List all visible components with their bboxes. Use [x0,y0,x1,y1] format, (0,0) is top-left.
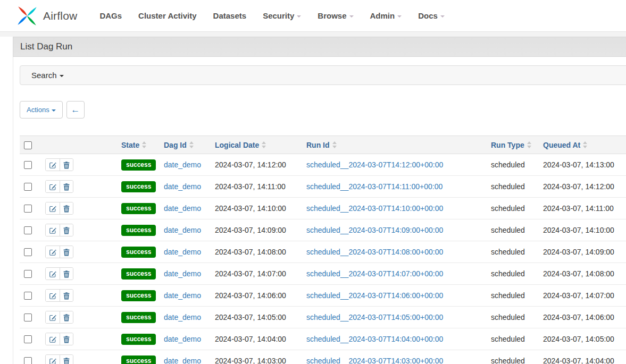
row-checkbox[interactable] [24,335,32,343]
delete-button[interactable] [60,355,73,364]
row-checkbox[interactable] [24,314,32,321]
dag-id-cell: date_demo [160,328,211,350]
column-header-queued-at[interactable]: Queued At [539,136,626,154]
nav-item-docs[interactable]: Docs [418,11,445,20]
run-id-link[interactable]: scheduled__2024-03-07T14:09:00+00:00 [306,226,443,234]
table-row: success date_demo 2024-03-07, 14:09:00 s… [20,219,626,241]
delete-button[interactable] [60,333,73,345]
edit-button[interactable] [46,224,60,236]
row-select-cell [20,350,41,364]
row-checkbox[interactable] [24,205,32,213]
run-id-link[interactable]: scheduled__2024-03-07T14:08:00+00:00 [306,248,443,256]
edit-icon [49,162,56,169]
edit-button[interactable] [46,246,60,258]
dag-id-link[interactable]: date_demo [164,269,201,278]
row-checkbox[interactable] [24,183,32,191]
airflow-brand[interactable]: Airflow [16,5,77,27]
brand-label: Airflow [43,10,77,22]
dag-id-link[interactable]: date_demo [164,204,201,213]
run-type-cell: scheduled [487,307,539,328]
edit-button[interactable] [46,290,60,301]
run-id-link[interactable]: scheduled__2024-03-07T14:03:00+00:00 [306,357,443,364]
select-all-checkbox[interactable] [24,141,32,149]
dag-id-link[interactable]: date_demo [164,291,201,300]
run-id-cell: scheduled__2024-03-07T14:09:00+00:00 [302,219,487,241]
status-badge: success [121,290,156,301]
dag-id-link[interactable]: date_demo [164,226,201,234]
navbar-divider-strip [0,32,626,37]
edit-button[interactable] [46,202,60,214]
run-type-cell: scheduled [487,263,539,285]
run-id-link[interactable]: scheduled__2024-03-07T14:05:00+00:00 [306,313,443,321]
edit-button[interactable] [46,181,60,192]
row-checkbox[interactable] [24,357,32,364]
dag-id-link[interactable]: date_demo [164,335,201,343]
queued-at-cell: 2024-03-07, 14:09:00 [539,241,626,263]
logical-date-cell: 2024-03-07, 14:05:00 [211,307,302,328]
table-header-row: State Dag Id Logical Date Run Id [20,136,626,154]
edit-button[interactable] [46,355,60,364]
dag-run-table: State Dag Id Logical Date Run Id [20,136,626,364]
status-badge: success [121,203,156,214]
edit-icon [49,183,56,191]
list-dag-run-panel: List Dag Run Search Actions ← [13,37,626,364]
edit-button[interactable] [46,311,60,323]
nav-item-admin[interactable]: Admin [370,11,402,20]
dag-id-link[interactable]: date_demo [164,182,201,191]
row-checkbox[interactable] [24,270,32,278]
column-header-logical-date[interactable]: Logical Date [211,136,302,154]
back-button[interactable]: ← [66,101,85,118]
row-actions-cell [41,198,117,219]
row-actions-cell [41,350,117,364]
run-id-link[interactable]: scheduled__2024-03-07T14:12:00+00:00 [306,160,443,169]
chevron-down-icon [397,15,402,18]
column-header-state[interactable]: State [117,136,160,154]
row-select-cell [20,176,41,198]
run-id-link[interactable]: scheduled__2024-03-07T14:06:00+00:00 [306,291,443,300]
run-id-link[interactable]: scheduled__2024-03-07T14:04:00+00:00 [306,335,443,343]
delete-button[interactable] [60,159,73,171]
row-select-cell [20,154,41,176]
column-header-run-type[interactable]: Run Type [487,136,539,154]
run-id-link[interactable]: scheduled__2024-03-07T14:10:00+00:00 [306,204,443,213]
run-id-link[interactable]: scheduled__2024-03-07T14:11:00+00:00 [306,182,443,191]
delete-button[interactable] [60,246,73,258]
row-select-cell [20,307,41,328]
delete-button[interactable] [60,202,73,214]
run-type-cell: scheduled [487,241,539,263]
delete-button[interactable] [60,311,73,323]
page-title: List Dag Run [13,37,626,57]
nav-item-cluster-activity[interactable]: Cluster Activity [138,11,196,20]
row-checkbox[interactable] [24,161,32,169]
nav-item-security[interactable]: Security [263,11,301,20]
edit-button[interactable] [46,159,60,171]
state-cell: success [117,241,160,263]
delete-button[interactable] [60,268,73,280]
actions-button[interactable]: Actions [20,101,63,118]
dag-id-link[interactable]: date_demo [164,248,201,256]
state-cell: success [117,219,160,241]
nav-item-dags[interactable]: DAGs [99,11,122,20]
row-checkbox[interactable] [24,226,32,234]
dag-id-link[interactable]: date_demo [164,160,201,169]
delete-button[interactable] [60,181,73,192]
delete-button[interactable] [60,224,73,236]
row-actions-cell [41,328,117,350]
trash-icon [63,205,70,213]
row-checkbox[interactable] [24,248,32,256]
dag-id-cell: date_demo [160,198,211,219]
row-checkbox[interactable] [24,292,32,300]
dag-id-link[interactable]: date_demo [164,357,201,364]
state-cell: success [117,154,160,176]
column-header-run-id[interactable]: Run Id [302,136,487,154]
edit-button[interactable] [46,333,60,345]
nav-item-datasets[interactable]: Datasets [213,11,247,20]
status-badge: success [121,225,156,236]
dag-id-link[interactable]: date_demo [164,313,201,321]
run-id-link[interactable]: scheduled__2024-03-07T14:07:00+00:00 [306,269,443,278]
search-toggle[interactable]: Search [20,65,626,85]
delete-button[interactable] [60,290,73,301]
nav-item-browse[interactable]: Browse [318,11,353,20]
column-header-dag-id[interactable]: Dag Id [160,136,211,154]
edit-button[interactable] [46,268,60,280]
